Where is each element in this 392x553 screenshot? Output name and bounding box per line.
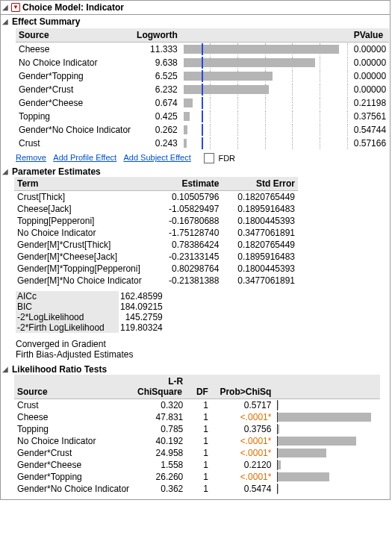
table-row: Gender[M]*Topping[Pepperoni]0.802987640.… <box>14 263 298 275</box>
term-cell: Topping[Pepperoni] <box>14 215 154 227</box>
chisq-cell: 26.260 <box>134 471 186 483</box>
term-cell: No Choice Indicator <box>14 227 154 239</box>
pvalue-cell: 0.21198 <box>351 96 389 110</box>
prob-cell: <.0001* <box>211 411 275 423</box>
parameter-estimates-table: Term Estimate Std Error Crust[Thick]0.10… <box>14 177 298 287</box>
estimate-cell: 0.78386424 <box>154 239 223 251</box>
hotspot-icon[interactable]: ▼ <box>11 3 20 12</box>
df-cell: 1 <box>186 471 211 483</box>
main-header: ◢ ▼ Choice Model: Indicator <box>1 1 390 15</box>
convergence-notes: Converged in Gradient Firth Bias-Adjuste… <box>16 339 390 360</box>
df-cell: 1 <box>186 411 211 423</box>
col-source: Source <box>14 375 134 399</box>
chisq-cell: 47.831 <box>134 411 186 423</box>
chisq-cell: 0.362 <box>134 483 186 495</box>
disclosure-icon[interactable]: ◢ <box>2 18 10 25</box>
source-cell: Gender*No Choice Indicator <box>16 123 134 137</box>
parameter-estimates-header: ◢ Parameter Estimates <box>1 165 390 177</box>
estimate-cell: -1.75128740 <box>154 227 223 239</box>
source-cell: Gender*Cheese <box>14 459 134 471</box>
prob-cell: 0.5474 <box>211 483 275 495</box>
bar-cell <box>274 411 380 423</box>
source-cell: Crust <box>16 137 134 150</box>
pvalue-cell: 0.57166 <box>351 137 389 150</box>
logworth-cell: 0.262 <box>134 123 181 137</box>
table-row: Gender*Topping26.2601<.0001* <box>14 471 380 483</box>
table-row: Cheese47.8311<.0001* <box>14 411 380 423</box>
source-cell: Gender*Topping <box>14 471 134 483</box>
source-cell: Cheese <box>16 43 134 57</box>
logworth-cell: 6.525 <box>134 69 181 83</box>
table-row: Gender*Cheese0.6740.21198 <box>16 96 389 110</box>
term-cell: Gender[M]*No Choice Indicator <box>14 275 154 287</box>
add-profile-effect-link[interactable]: Add Profile Effect <box>53 153 116 162</box>
chisq-cell: 24.958 <box>134 447 186 459</box>
col-logworth: Logworth <box>134 28 181 43</box>
table-row: Gender*No Choice Indicator0.2620.54744 <box>16 123 389 137</box>
bar-cell <box>181 123 351 137</box>
estimate-cell: 0.10505796 <box>154 190 223 203</box>
estimate-cell: -0.16780688 <box>154 215 223 227</box>
source-cell: No Choice Indicator <box>14 435 134 447</box>
table-row: Crust0.32010.5717 <box>14 399 380 411</box>
lr-tests-title: Likelihood Ratio Tests <box>12 364 107 375</box>
stderr-cell: 0.3477061891 <box>222 227 298 239</box>
bar-cell <box>274 423 380 435</box>
stat-value: 162.48599 <box>119 291 167 302</box>
stat-label: AICc <box>16 291 119 302</box>
table-row: Cheese11.3330.00000 <box>16 43 389 57</box>
term-cell: Cheese[Jack] <box>14 203 154 215</box>
pvalue-cell: 0.54744 <box>351 123 389 137</box>
source-cell: Gender*Crust <box>14 447 134 459</box>
stderr-cell: 0.1800445393 <box>222 215 298 227</box>
df-cell: 1 <box>186 483 211 495</box>
stat-label: -2*LogLikelihood <box>16 312 119 322</box>
estimate-cell: -0.23133145 <box>154 251 223 263</box>
table-row: Gender*Topping6.5250.00000 <box>16 69 389 83</box>
lr-tests-header: ◢ Likelihood Ratio Tests <box>1 363 390 375</box>
bar-cell <box>274 447 380 459</box>
estimate-cell: 0.80298764 <box>154 263 223 275</box>
remove-link[interactable]: Remove <box>16 153 46 162</box>
table-row: No Choice Indicator9.6380.00000 <box>16 56 389 69</box>
stderr-cell: 0.1820765449 <box>222 239 298 251</box>
source-cell: No Choice Indicator <box>16 56 134 69</box>
disclosure-icon[interactable]: ◢ <box>2 168 10 175</box>
col-chisq-bot: ChiSquare <box>134 387 186 399</box>
effect-summary-table: Source Logworth PValue Cheese11.3330.000… <box>16 28 389 150</box>
bar-cell <box>181 43 351 57</box>
logworth-cell: 9.638 <box>134 56 181 69</box>
stderr-cell: 0.1820765449 <box>222 190 298 203</box>
fdr-checkbox[interactable] <box>204 153 214 163</box>
note-line: Firth Bias-Adjusted Estimates <box>16 349 390 360</box>
effect-summary-title: Effect Summary <box>12 16 80 27</box>
col-bar <box>181 28 351 43</box>
bar-cell <box>274 459 380 471</box>
disclosure-icon[interactable]: ◢ <box>2 4 10 11</box>
table-row: AICc162.48599 <box>16 291 167 302</box>
pvalue-cell: 0.00000 <box>351 56 389 69</box>
lr-tests-table: Source L-R DF Prob>ChiSq ChiSquare Crust… <box>14 375 380 495</box>
df-cell: 1 <box>186 447 211 459</box>
bar-cell <box>181 110 351 123</box>
table-row: Gender[M]*Cheese[Jack]-0.231331450.18959… <box>14 251 298 263</box>
stat-value: 184.09215 <box>119 302 167 312</box>
table-row: Topping0.4250.37561 <box>16 110 389 123</box>
col-estimate: Estimate <box>154 177 223 191</box>
disclosure-icon[interactable]: ◢ <box>2 366 10 373</box>
source-cell: Gender*Crust <box>16 83 134 96</box>
col-source: Source <box>16 28 134 43</box>
df-cell: 1 <box>186 459 211 471</box>
add-subject-effect-link[interactable]: Add Subject Effect <box>123 153 190 162</box>
bar-cell <box>181 137 351 150</box>
estimate-cell: -0.21381388 <box>154 275 223 287</box>
df-cell: 1 <box>186 435 211 447</box>
main-title: Choice Model: Indicator <box>22 2 124 13</box>
chisq-cell: 1.558 <box>134 459 186 471</box>
bar-cell <box>274 483 380 495</box>
df-cell: 1 <box>186 423 211 435</box>
table-row: Topping[Pepperoni]-0.167806880.180044539… <box>14 215 298 227</box>
col-bar <box>274 375 380 399</box>
table-row: Cheese[Jack]-1.058294970.1895916483 <box>14 203 298 215</box>
table-row: Gender*Crust24.9581<.0001* <box>14 447 380 459</box>
